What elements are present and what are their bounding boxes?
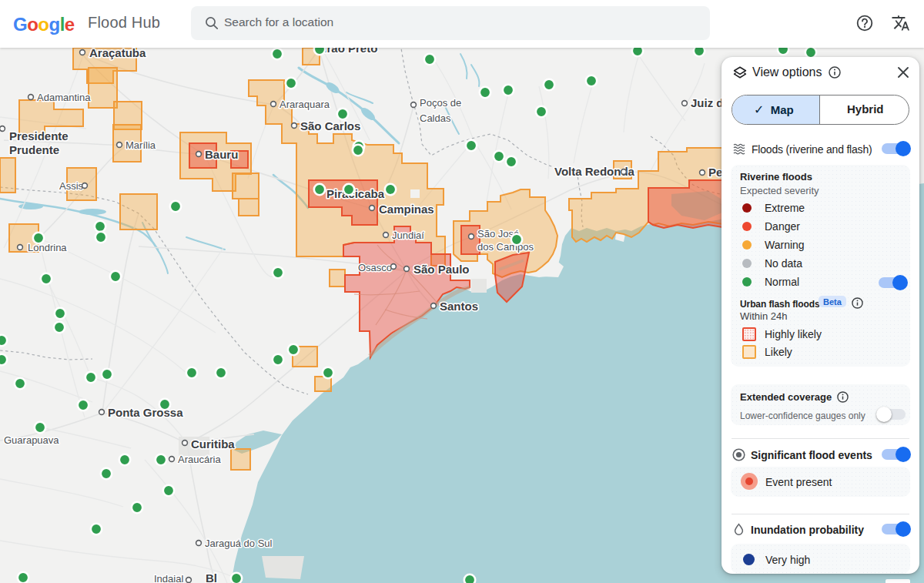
- svg-text:Londrina: Londrina: [28, 242, 67, 253]
- svg-text:Piracicaba: Piracicaba: [326, 187, 385, 200]
- svg-text:Guarapuava: Guarapuava: [4, 434, 59, 446]
- svg-text:dos Campos: dos Campos: [477, 241, 534, 253]
- svg-text:Santos: Santos: [440, 300, 478, 313]
- svg-text:Ponta Grossa: Ponta Grossa: [108, 406, 183, 419]
- svg-text:Poços de: Poços de: [420, 97, 461, 109]
- svg-text:Curitiba: Curitiba: [191, 437, 235, 451]
- svg-text:Osasco: Osasco: [358, 262, 392, 273]
- svg-text:São Paulo: São Paulo: [413, 263, 470, 276]
- svg-text:eirão Preto: eirão Preto: [317, 48, 377, 55]
- svg-text:Araucária: Araucária: [178, 454, 221, 465]
- svg-text:Araçatuba: Araçatuba: [89, 48, 146, 59]
- svg-text:Caldas: Caldas: [420, 112, 451, 124]
- svg-text:Bl: Bl: [206, 571, 217, 583]
- svg-text:Jundiaí: Jundiaí: [392, 230, 424, 241]
- svg-text:Presidente: Presidente: [9, 129, 69, 142]
- svg-text:Marília: Marília: [126, 139, 156, 151]
- svg-text:São Carlos: São Carlos: [300, 119, 360, 132]
- svg-text:Jaraguá do Sul: Jaraguá do Sul: [205, 538, 273, 549]
- svg-text:Prudente: Prudente: [9, 143, 59, 156]
- svg-text:Assis: Assis: [59, 180, 84, 192]
- svg-text:Campinas: Campinas: [379, 203, 434, 216]
- svg-text:Indaial: Indaial: [154, 573, 183, 583]
- svg-text:Araraquara: Araraquara: [280, 99, 330, 110]
- svg-text:Adamantina: Adamantina: [37, 92, 91, 103]
- svg-text:Bauru: Bauru: [205, 148, 238, 161]
